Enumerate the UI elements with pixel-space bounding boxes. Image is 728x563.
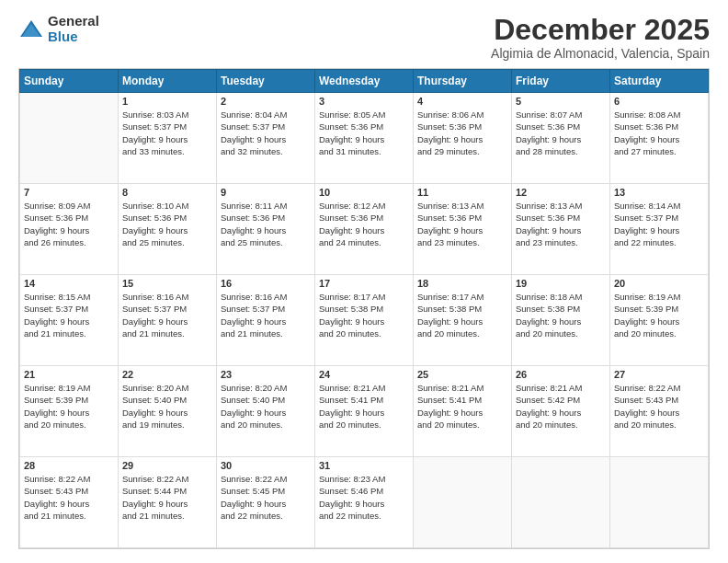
location: Algimia de Almonacid, Valencia, Spain xyxy=(491,46,710,61)
day-header-tuesday: Tuesday xyxy=(217,70,315,93)
cell-info: Sunrise: 8:20 AM Sunset: 5:40 PM Dayligh… xyxy=(122,382,212,431)
day-header-saturday: Saturday xyxy=(610,70,709,93)
week-row-1: 7Sunrise: 8:09 AM Sunset: 5:36 PM Daylig… xyxy=(20,184,709,275)
calendar-cell: 7Sunrise: 8:09 AM Sunset: 5:36 PM Daylig… xyxy=(20,184,119,275)
day-number: 14 xyxy=(24,278,114,289)
cell-info: Sunrise: 8:17 AM Sunset: 5:38 PM Dayligh… xyxy=(417,291,507,339)
day-number: 9 xyxy=(221,187,311,198)
cell-info: Sunrise: 8:19 AM Sunset: 5:39 PM Dayligh… xyxy=(614,291,704,339)
cell-info: Sunrise: 8:17 AM Sunset: 5:38 PM Dayligh… xyxy=(319,291,409,339)
cell-info: Sunrise: 8:08 AM Sunset: 5:36 PM Dayligh… xyxy=(614,109,704,157)
calendar-cell: 29Sunrise: 8:22 AM Sunset: 5:44 PM Dayli… xyxy=(119,457,217,548)
cell-info: Sunrise: 8:21 AM Sunset: 5:42 PM Dayligh… xyxy=(516,382,606,431)
calendar-cell: 30Sunrise: 8:22 AM Sunset: 5:45 PM Dayli… xyxy=(217,457,315,548)
cell-info: Sunrise: 8:13 AM Sunset: 5:36 PM Dayligh… xyxy=(516,200,606,248)
calendar-cell: 18Sunrise: 8:17 AM Sunset: 5:38 PM Dayli… xyxy=(414,275,512,366)
calendar-cell: 6Sunrise: 8:08 AM Sunset: 5:36 PM Daylig… xyxy=(610,93,709,184)
day-number: 20 xyxy=(614,278,704,289)
cell-info: Sunrise: 8:22 AM Sunset: 5:43 PM Dayligh… xyxy=(614,382,704,431)
calendar-cell: 23Sunrise: 8:20 AM Sunset: 5:40 PM Dayli… xyxy=(217,366,315,457)
day-number: 25 xyxy=(417,369,507,380)
day-number: 3 xyxy=(319,96,409,107)
calendar-cell xyxy=(610,457,709,548)
cell-info: Sunrise: 8:13 AM Sunset: 5:36 PM Dayligh… xyxy=(417,200,507,248)
day-number: 21 xyxy=(24,369,114,380)
day-number: 28 xyxy=(24,460,114,471)
week-row-0: 1Sunrise: 8:03 AM Sunset: 5:37 PM Daylig… xyxy=(20,93,709,184)
day-header-monday: Monday xyxy=(119,70,217,93)
day-number: 31 xyxy=(319,460,409,471)
calendar-table: SundayMondayTuesdayWednesdayThursdayFrid… xyxy=(19,69,709,548)
calendar-cell: 9Sunrise: 8:11 AM Sunset: 5:36 PM Daylig… xyxy=(217,184,315,275)
day-number: 5 xyxy=(516,96,606,107)
cell-info: Sunrise: 8:07 AM Sunset: 5:36 PM Dayligh… xyxy=(516,109,606,157)
calendar-cell: 26Sunrise: 8:21 AM Sunset: 5:42 PM Dayli… xyxy=(512,366,610,457)
day-number: 16 xyxy=(221,278,311,289)
day-number: 13 xyxy=(614,187,704,198)
calendar-cell: 8Sunrise: 8:10 AM Sunset: 5:36 PM Daylig… xyxy=(119,184,217,275)
day-header-sunday: Sunday xyxy=(20,70,119,93)
day-number: 6 xyxy=(614,96,704,107)
cell-info: Sunrise: 8:05 AM Sunset: 5:36 PM Dayligh… xyxy=(319,109,409,157)
calendar-cell: 20Sunrise: 8:19 AM Sunset: 5:39 PM Dayli… xyxy=(610,275,709,366)
cell-info: Sunrise: 8:10 AM Sunset: 5:36 PM Dayligh… xyxy=(122,200,212,248)
cell-info: Sunrise: 8:22 AM Sunset: 5:45 PM Dayligh… xyxy=(221,473,311,522)
calendar-cell: 27Sunrise: 8:22 AM Sunset: 5:43 PM Dayli… xyxy=(610,366,709,457)
logo: General Blue xyxy=(18,14,99,44)
day-number: 29 xyxy=(122,460,212,471)
cell-info: Sunrise: 8:21 AM Sunset: 5:41 PM Dayligh… xyxy=(417,382,507,431)
week-row-4: 28Sunrise: 8:22 AM Sunset: 5:43 PM Dayli… xyxy=(20,457,709,548)
day-header-wednesday: Wednesday xyxy=(315,70,414,93)
cell-info: Sunrise: 8:09 AM Sunset: 5:36 PM Dayligh… xyxy=(24,200,114,248)
cell-info: Sunrise: 8:03 AM Sunset: 5:37 PM Dayligh… xyxy=(122,109,212,157)
cell-info: Sunrise: 8:19 AM Sunset: 5:39 PM Dayligh… xyxy=(24,382,114,431)
day-number: 17 xyxy=(319,278,409,289)
cell-info: Sunrise: 8:20 AM Sunset: 5:40 PM Dayligh… xyxy=(221,382,311,431)
day-number: 7 xyxy=(24,187,114,198)
day-number: 15 xyxy=(122,278,212,289)
cell-info: Sunrise: 8:22 AM Sunset: 5:44 PM Dayligh… xyxy=(122,473,212,522)
calendar-cell: 11Sunrise: 8:13 AM Sunset: 5:36 PM Dayli… xyxy=(414,184,512,275)
calendar-cell: 19Sunrise: 8:18 AM Sunset: 5:38 PM Dayli… xyxy=(512,275,610,366)
calendar-cell: 3Sunrise: 8:05 AM Sunset: 5:36 PM Daylig… xyxy=(315,93,414,184)
cell-info: Sunrise: 8:16 AM Sunset: 5:37 PM Dayligh… xyxy=(122,291,212,339)
day-number: 2 xyxy=(221,96,311,107)
logo-text: General Blue xyxy=(48,14,99,44)
calendar-cell: 21Sunrise: 8:19 AM Sunset: 5:39 PM Dayli… xyxy=(20,366,119,457)
day-number: 22 xyxy=(122,369,212,380)
day-number: 24 xyxy=(319,369,409,380)
title-block: December 2025 Algimia de Almonacid, Vale… xyxy=(491,14,710,61)
month-title: December 2025 xyxy=(491,14,710,46)
logo-blue-text: Blue xyxy=(48,29,99,45)
cell-info: Sunrise: 8:23 AM Sunset: 5:46 PM Dayligh… xyxy=(319,473,409,522)
day-number: 11 xyxy=(417,187,507,198)
cell-info: Sunrise: 8:16 AM Sunset: 5:37 PM Dayligh… xyxy=(221,291,311,339)
day-number: 12 xyxy=(516,187,606,198)
day-number: 18 xyxy=(417,278,507,289)
day-number: 4 xyxy=(417,96,507,107)
calendar-cell: 24Sunrise: 8:21 AM Sunset: 5:41 PM Dayli… xyxy=(315,366,414,457)
calendar-body: 1Sunrise: 8:03 AM Sunset: 5:37 PM Daylig… xyxy=(20,93,709,548)
calendar: SundayMondayTuesdayWednesdayThursdayFrid… xyxy=(18,68,710,549)
day-number: 8 xyxy=(122,187,212,198)
day-number: 10 xyxy=(319,187,409,198)
logo-general-text: General xyxy=(48,14,99,29)
calendar-cell: 17Sunrise: 8:17 AM Sunset: 5:38 PM Dayli… xyxy=(315,275,414,366)
cell-info: Sunrise: 8:04 AM Sunset: 5:37 PM Dayligh… xyxy=(221,109,311,157)
week-row-2: 14Sunrise: 8:15 AM Sunset: 5:37 PM Dayli… xyxy=(20,275,709,366)
calendar-cell: 13Sunrise: 8:14 AM Sunset: 5:37 PM Dayli… xyxy=(610,184,709,275)
day-number: 30 xyxy=(221,460,311,471)
day-number: 26 xyxy=(516,369,606,380)
page: General Blue December 2025 Algimia de Al… xyxy=(0,0,728,563)
calendar-cell: 5Sunrise: 8:07 AM Sunset: 5:36 PM Daylig… xyxy=(512,93,610,184)
day-header-thursday: Thursday xyxy=(414,70,512,93)
calendar-cell: 25Sunrise: 8:21 AM Sunset: 5:41 PM Dayli… xyxy=(414,366,512,457)
cell-info: Sunrise: 8:22 AM Sunset: 5:43 PM Dayligh… xyxy=(24,473,114,522)
cell-info: Sunrise: 8:18 AM Sunset: 5:38 PM Dayligh… xyxy=(516,291,606,339)
calendar-header: SundayMondayTuesdayWednesdayThursdayFrid… xyxy=(20,70,709,93)
day-number: 19 xyxy=(516,278,606,289)
cell-info: Sunrise: 8:15 AM Sunset: 5:37 PM Dayligh… xyxy=(24,291,114,339)
calendar-cell: 2Sunrise: 8:04 AM Sunset: 5:37 PM Daylig… xyxy=(217,93,315,184)
calendar-cell xyxy=(512,457,610,548)
logo-icon xyxy=(18,17,44,42)
